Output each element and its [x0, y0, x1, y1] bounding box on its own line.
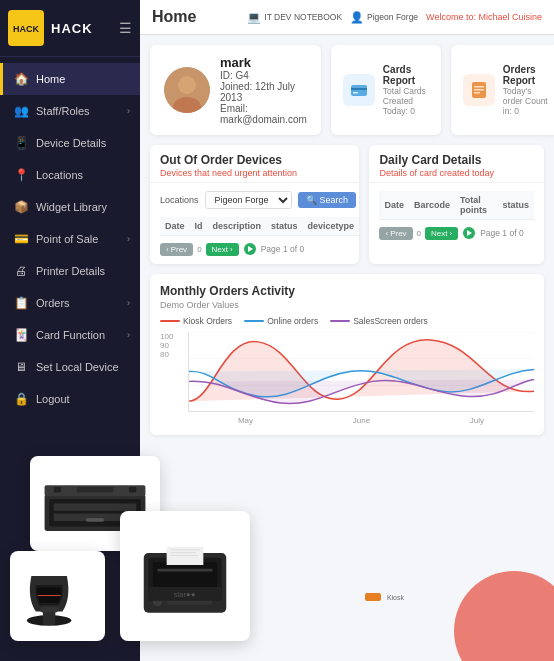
page-info-right: [243, 242, 257, 256]
chart-x-labels: May June July: [188, 416, 534, 425]
page-info: Page 1 of 0: [261, 244, 304, 254]
hamburger-icon[interactable]: ☰: [119, 20, 132, 36]
svg-rect-9: [474, 86, 484, 88]
next-button[interactable]: Next ›: [206, 243, 239, 256]
search-icon: 🔍: [306, 195, 317, 205]
sales-color: [330, 320, 350, 322]
sidebar-item-localdevice[interactable]: 🖥 Set Local Device: [0, 351, 140, 383]
out-of-order-pagination: ‹ Prev 0 Next › Page 1 of 0: [160, 242, 349, 256]
dc-col-date: Date: [379, 191, 409, 220]
page-number: 0: [197, 245, 201, 254]
online-color: [244, 320, 264, 322]
sidebar-label-widget: Widget Library: [36, 201, 107, 213]
dc-page-icon: [462, 226, 476, 240]
welcome-text: Welcome to: Michael Cuisine: [426, 12, 542, 22]
printer-icon: 🖨: [13, 263, 29, 279]
svg-text:HACK: HACK: [13, 24, 39, 34]
widget-icon: 📦: [13, 199, 29, 215]
sidebar-item-cardfunction[interactable]: 🃏 Card Function ›: [0, 319, 140, 351]
col-date: Date: [160, 217, 190, 236]
dc-prev-button[interactable]: ‹ Prev: [379, 227, 412, 240]
x-label-june: June: [353, 416, 370, 425]
logout-icon: 🔒: [13, 391, 29, 407]
legend-kiosk-label: Kiosk Orders: [183, 316, 232, 326]
orders-report-title: Orders Report: [503, 64, 549, 86]
sidebar-label-localdevice: Set Local Device: [36, 361, 119, 373]
daily-card-subtitle: Details of card created today: [379, 168, 534, 178]
sidebar-label-pos: Point of Sale: [36, 233, 98, 245]
dc-next-button[interactable]: Next ›: [425, 227, 458, 240]
sidebar-item-logout[interactable]: 🔒 Logout: [0, 383, 140, 415]
y-label-100: 100: [160, 332, 184, 341]
sidebar-item-pos[interactable]: 💳 Point of Sale ›: [0, 223, 140, 255]
sidebar-nav: 🏠 Home 👥 Staff/Roles › 📱 Device Details …: [0, 57, 140, 661]
cards-report-sub1: Total Cards Created: [383, 86, 429, 106]
kiosk-color: [160, 320, 180, 322]
sidebar-label-device: Device Details: [36, 137, 106, 149]
card-icon: 🃏: [13, 327, 29, 343]
svg-rect-10: [474, 89, 484, 91]
sidebar-item-orders[interactable]: 📋 Orders ›: [0, 287, 140, 319]
content-area: mark ID: G4 Joined: 12th July 2013 Email…: [140, 35, 554, 445]
location-item: 👤 Pigeon Forge: [350, 11, 418, 24]
notebook-item: 💻 IT DEV NOTEBOOK: [247, 11, 342, 24]
svg-rect-6: [351, 88, 367, 90]
search-button[interactable]: 🔍 Search: [298, 192, 357, 208]
sidebar-label-staffroles: Staff/Roles: [36, 105, 90, 117]
chart-sub: Demo Order Values: [160, 300, 534, 310]
dc-col-status: status: [497, 191, 534, 220]
sidebar-item-staffroles[interactable]: 👥 Staff/Roles ›: [0, 95, 140, 127]
chart-area: [188, 332, 534, 412]
out-of-order-body: Locations Pigeon Forge 🔍 Search: [150, 183, 359, 264]
legend-online: Online orders: [244, 316, 318, 326]
profile-email: Email: mark@domain.com: [220, 103, 307, 125]
localdevice-icon: 🖥: [13, 359, 29, 375]
sidebar-item-locations[interactable]: 📍 Locations: [0, 159, 140, 191]
col-status: status: [266, 217, 303, 236]
sidebar-label-logout: Logout: [36, 393, 70, 405]
daily-card-table: Date Barcode Total points status: [379, 191, 534, 220]
chevron-right-icon-2: ›: [127, 234, 130, 244]
daily-card-panel: Daily Card Details Details of card creat…: [369, 145, 544, 264]
location-icon: 📍: [13, 167, 29, 183]
topbar: Home 💻 IT DEV NOTEBOOK 👤 Pigeon Forge We…: [140, 0, 554, 35]
sidebar-item-devicedetails[interactable]: 📱 Device Details: [0, 127, 140, 159]
prev-button[interactable]: ‹ Prev: [160, 243, 193, 256]
dc-col-barcode: Barcode: [409, 191, 455, 220]
col-id: Id: [190, 217, 208, 236]
profile-id: ID: G4: [220, 70, 307, 81]
legend-kiosk: Kiosk Orders: [160, 316, 232, 326]
chevron-right-icon-4: ›: [127, 330, 130, 340]
daily-card-pagination: ‹ Prev 0 Next › Page 1 of 0: [379, 226, 534, 240]
sidebar-item-widgetlibrary[interactable]: 📦 Widget Library: [0, 191, 140, 223]
sidebar: HACK HACK ☰ 🏠 Home 👥 Staff/Roles › 📱 Dev…: [0, 0, 140, 661]
cards-report-sub2: Today: 0: [383, 106, 429, 116]
user-icon: 👤: [350, 11, 364, 24]
legend-sales: SalesScreen orders: [330, 316, 428, 326]
daily-card-body: Date Barcode Total points status ‹ Prev: [369, 183, 544, 248]
orders-report-icon: [463, 74, 495, 106]
orders-icon: 📋: [13, 295, 29, 311]
dc-col-points: Total points: [455, 191, 498, 220]
legend-online-label: Online orders: [267, 316, 318, 326]
dc-page-number: 0: [417, 229, 421, 238]
out-of-order-table: Date Id description status devicetype lo…: [160, 217, 359, 236]
laptop-icon: 💻: [247, 11, 261, 24]
chart-container: 100 90 80: [160, 332, 534, 425]
legend-sales-label: SalesScreen orders: [353, 316, 428, 326]
sidebar-item-printer[interactable]: 🖨 Printer Details: [0, 255, 140, 287]
location-select[interactable]: Pigeon Forge: [205, 191, 292, 209]
svg-rect-5: [351, 85, 367, 96]
profile-row: mark ID: G4 Joined: 12th July 2013 Email…: [150, 45, 544, 135]
filter-row: Locations Pigeon Forge 🔍 Search: [160, 191, 349, 209]
home-icon: 🏠: [13, 71, 29, 87]
chevron-right-icon: ›: [127, 106, 130, 116]
cards-report-info: Cards Report Total Cards Created Today: …: [383, 64, 429, 116]
sidebar-item-home[interactable]: 🏠 Home: [0, 63, 140, 95]
monthly-orders-panel: Monthly Orders Activity Demo Order Value…: [150, 274, 544, 435]
sidebar-label-orders: Orders: [36, 297, 70, 309]
daily-card-title: Daily Card Details: [379, 153, 534, 167]
chevron-right-icon-3: ›: [127, 298, 130, 308]
panels-row: Out Of Order Devices Devices that need u…: [150, 145, 544, 264]
out-of-order-title: Out Of Order Devices: [160, 153, 349, 167]
